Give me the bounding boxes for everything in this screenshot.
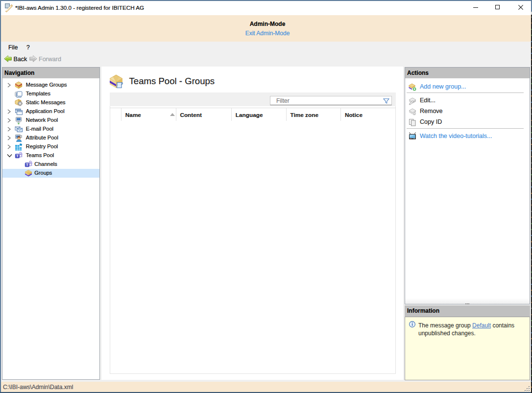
svg-text:T: T <box>16 154 19 158</box>
svg-text:T: T <box>25 162 28 167</box>
